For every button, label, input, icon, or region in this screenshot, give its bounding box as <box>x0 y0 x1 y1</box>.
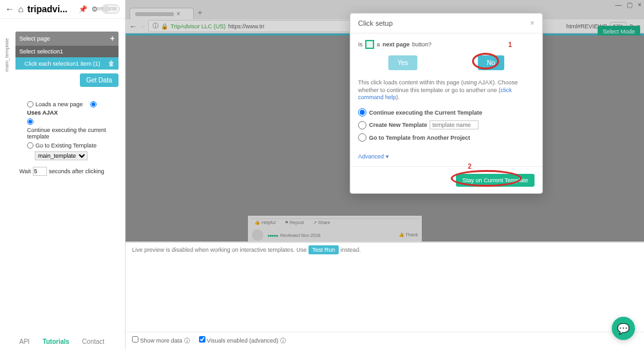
loads-new-page-radio[interactable] <box>27 101 33 108</box>
main-area: × + — ▢ × ← → ⓘ 🔒 TripAdvisor LLC (US) h… <box>126 0 644 349</box>
click-setup-modal: Click setup × Is a next page button? Yes… <box>350 13 543 194</box>
modal-close-icon[interactable]: × <box>530 19 535 28</box>
back-arrow-icon[interactable]: ← <box>5 4 14 14</box>
advanced-link[interactable]: Advanced ▾ <box>358 153 389 160</box>
yes-button[interactable]: Yes <box>388 55 417 70</box>
show-more-data-toggle[interactable]: Show more data ⓘ <box>132 336 190 345</box>
project-title: tripadvi... <box>27 4 75 14</box>
chat-bubble-icon[interactable]: 💬 <box>612 317 635 340</box>
no-button[interactable]: No <box>478 55 504 70</box>
annotation-num-1: 1 <box>508 41 512 48</box>
continue-current-radio[interactable] <box>358 108 366 117</box>
element-preview-box <box>365 40 374 49</box>
template-name-input[interactable] <box>430 120 478 129</box>
goto-template-radio[interactable] <box>27 142 33 149</box>
annotation-num-2: 2 <box>468 163 471 170</box>
api-link[interactable]: API <box>19 338 30 345</box>
command-panel: Select page + Select selection1 Click ea… <box>15 32 118 176</box>
stay-on-template-button[interactable]: Stay on Current Template <box>456 174 535 187</box>
select-page-row[interactable]: Select page + <box>15 32 118 46</box>
template-select[interactable]: main_template <box>35 151 88 160</box>
click-item-row[interactable]: Click each selection1 item (1) 🗑 <box>15 57 118 70</box>
modal-description: This click loads content within this pag… <box>358 79 535 102</box>
pin-icon[interactable]: 📌 <box>79 5 88 14</box>
test-run-button[interactable]: Test Run <box>308 245 339 254</box>
template-vtab[interactable]: main_template <box>3 35 11 74</box>
preview-message: Live preview is disabled when working on… <box>126 243 644 257</box>
trash-icon[interactable]: 🗑 <box>108 60 115 67</box>
bottom-bar: Show more data ⓘ Visuals enabled (advanc… <box>126 332 644 349</box>
goto-another-radio[interactable] <box>358 133 366 142</box>
click-options: Loads a new page Uses AJAX Continue exec… <box>15 91 118 176</box>
sidebar-header: ← ⌂ tripadvi... 📌 ⚙ BROWSE <box>0 0 125 19</box>
bottom-panel: Live preview is disabled when working on… <box>126 242 644 349</box>
sidebar: ← ⌂ tripadvi... 📌 ⚙ BROWSE main_template… <box>0 0 126 349</box>
plus-icon[interactable]: + <box>110 34 115 43</box>
contact-link[interactable]: Contact <box>82 338 104 345</box>
create-new-radio[interactable] <box>358 121 366 129</box>
home-icon[interactable]: ⌂ <box>18 4 23 14</box>
visuals-enabled-toggle[interactable]: Visuals enabled (advanced) ⓘ <box>199 336 286 345</box>
continue-template-radio[interactable] <box>27 118 33 125</box>
browse-toggle[interactable]: BROWSE <box>102 5 120 14</box>
modal-title: Click setup <box>358 19 393 27</box>
tutorials-link[interactable]: Tutorials <box>43 338 69 345</box>
footer-links: API Tutorials Contact <box>19 338 104 345</box>
select-selection-row[interactable]: Select selection1 <box>15 46 118 57</box>
uses-ajax-radio[interactable] <box>90 101 97 108</box>
wait-seconds-input[interactable] <box>33 167 47 176</box>
get-data-button[interactable]: Get Data <box>80 73 118 87</box>
